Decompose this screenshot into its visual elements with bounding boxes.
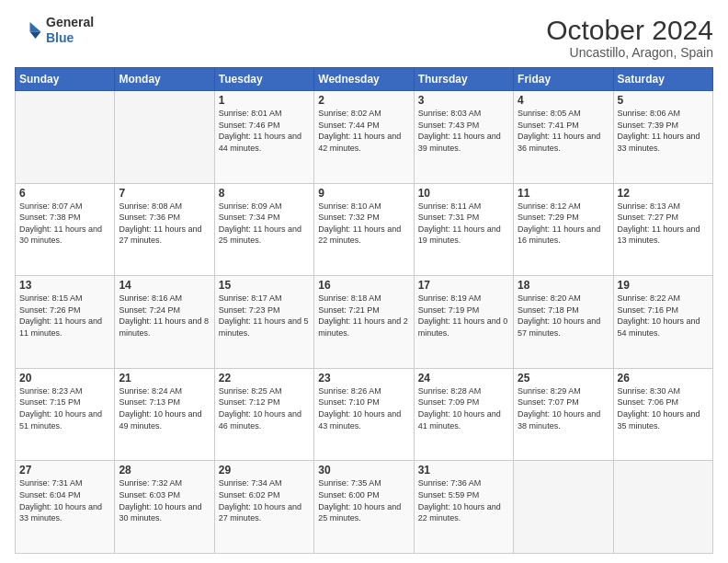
weekday-header-monday: Monday	[115, 68, 214, 91]
calendar-cell: 24Sunrise: 8:28 AM Sunset: 7:09 PM Dayli…	[414, 368, 513, 461]
day-number: 23	[318, 372, 409, 385]
calendar-cell: 11Sunrise: 8:12 AM Sunset: 7:29 PM Dayli…	[514, 183, 613, 276]
day-info: Sunrise: 8:20 AM Sunset: 7:18 PM Dayligh…	[518, 293, 609, 339]
day-info: Sunrise: 8:03 AM Sunset: 7:43 PM Dayligh…	[418, 108, 509, 154]
calendar-cell	[115, 91, 214, 184]
calendar-cell: 26Sunrise: 8:30 AM Sunset: 7:06 PM Dayli…	[613, 368, 712, 461]
logo-line2: Blue	[46, 30, 74, 45]
day-number: 19	[618, 279, 709, 292]
day-number: 22	[219, 372, 310, 385]
weekday-header-tuesday: Tuesday	[214, 68, 313, 91]
day-info: Sunrise: 8:02 AM Sunset: 7:44 PM Dayligh…	[318, 108, 409, 154]
calendar-cell: 2Sunrise: 8:02 AM Sunset: 7:44 PM Daylig…	[314, 91, 414, 184]
day-info: Sunrise: 8:26 AM Sunset: 7:10 PM Dayligh…	[318, 385, 409, 431]
calendar-cell	[613, 461, 712, 554]
day-number: 13	[19, 279, 110, 292]
weekday-header-friday: Friday	[514, 68, 613, 91]
day-info: Sunrise: 7:34 AM Sunset: 6:02 PM Dayligh…	[219, 477, 310, 523]
day-info: Sunrise: 8:28 AM Sunset: 7:09 PM Dayligh…	[418, 385, 509, 431]
day-info: Sunrise: 8:17 AM Sunset: 7:23 PM Dayligh…	[219, 293, 310, 339]
day-number: 2	[318, 94, 409, 107]
calendar-cell: 18Sunrise: 8:20 AM Sunset: 7:18 PM Dayli…	[514, 276, 613, 369]
calendar-cell: 19Sunrise: 8:22 AM Sunset: 7:16 PM Dayli…	[613, 276, 712, 369]
day-number: 9	[318, 187, 409, 200]
day-info: Sunrise: 8:10 AM Sunset: 7:32 PM Dayligh…	[318, 201, 409, 247]
day-info: Sunrise: 8:19 AM Sunset: 7:19 PM Dayligh…	[418, 293, 509, 339]
calendar-week-2: 6Sunrise: 8:07 AM Sunset: 7:38 PM Daylig…	[16, 183, 713, 276]
calendar-header: SundayMondayTuesdayWednesdayThursdayFrid…	[16, 68, 713, 91]
calendar-cell: 6Sunrise: 8:07 AM Sunset: 7:38 PM Daylig…	[16, 183, 115, 276]
day-info: Sunrise: 8:12 AM Sunset: 7:29 PM Dayligh…	[518, 201, 609, 247]
calendar-week-5: 27Sunrise: 7:31 AM Sunset: 6:04 PM Dayli…	[16, 461, 713, 554]
day-info: Sunrise: 8:01 AM Sunset: 7:46 PM Dayligh…	[219, 108, 310, 154]
day-number: 28	[119, 464, 210, 477]
calendar-cell: 30Sunrise: 7:35 AM Sunset: 6:00 PM Dayli…	[314, 461, 414, 554]
day-number: 14	[119, 279, 210, 292]
weekday-header-wednesday: Wednesday	[314, 68, 414, 91]
day-info: Sunrise: 7:36 AM Sunset: 5:59 PM Dayligh…	[418, 477, 509, 523]
calendar-cell: 29Sunrise: 7:34 AM Sunset: 6:02 PM Dayli…	[214, 461, 313, 554]
day-number: 31	[418, 464, 509, 477]
day-number: 21	[119, 372, 210, 385]
calendar-cell: 4Sunrise: 8:05 AM Sunset: 7:41 PM Daylig…	[514, 91, 613, 184]
weekday-header-row: SundayMondayTuesdayWednesdayThursdayFrid…	[16, 68, 713, 91]
svg-marker-1	[30, 31, 41, 39]
calendar-cell: 10Sunrise: 8:11 AM Sunset: 7:31 PM Dayli…	[414, 183, 513, 276]
calendar-cell: 7Sunrise: 8:08 AM Sunset: 7:36 PM Daylig…	[115, 183, 214, 276]
day-number: 10	[418, 187, 509, 200]
logo-line1: General	[46, 15, 94, 29]
day-number: 5	[618, 94, 709, 107]
calendar-cell: 21Sunrise: 8:24 AM Sunset: 7:13 PM Dayli…	[115, 368, 214, 461]
day-number: 1	[219, 94, 310, 107]
day-info: Sunrise: 8:06 AM Sunset: 7:39 PM Dayligh…	[618, 108, 709, 154]
calendar-cell: 17Sunrise: 8:19 AM Sunset: 7:19 PM Dayli…	[414, 276, 513, 369]
calendar-cell: 25Sunrise: 8:29 AM Sunset: 7:07 PM Dayli…	[514, 368, 613, 461]
day-number: 24	[418, 372, 509, 385]
calendar-cell: 9Sunrise: 8:10 AM Sunset: 7:32 PM Daylig…	[314, 183, 414, 276]
logo: General Blue	[15, 15, 94, 46]
day-info: Sunrise: 7:35 AM Sunset: 6:00 PM Dayligh…	[318, 477, 409, 523]
day-number: 15	[219, 279, 310, 292]
header: General Blue October 2024 Uncastillo, Ar…	[15, 15, 713, 60]
calendar-cell: 22Sunrise: 8:25 AM Sunset: 7:12 PM Dayli…	[214, 368, 313, 461]
calendar-week-1: 1Sunrise: 8:01 AM Sunset: 7:46 PM Daylig…	[16, 91, 713, 184]
day-info: Sunrise: 8:22 AM Sunset: 7:16 PM Dayligh…	[618, 293, 709, 339]
calendar-cell: 5Sunrise: 8:06 AM Sunset: 7:39 PM Daylig…	[613, 91, 712, 184]
day-info: Sunrise: 8:11 AM Sunset: 7:31 PM Dayligh…	[418, 201, 509, 247]
day-number: 16	[318, 279, 409, 292]
day-info: Sunrise: 8:25 AM Sunset: 7:12 PM Dayligh…	[219, 385, 310, 431]
calendar-cell: 8Sunrise: 8:09 AM Sunset: 7:34 PM Daylig…	[214, 183, 313, 276]
day-info: Sunrise: 7:31 AM Sunset: 6:04 PM Dayligh…	[19, 477, 110, 523]
day-info: Sunrise: 8:08 AM Sunset: 7:36 PM Dayligh…	[119, 201, 210, 247]
day-info: Sunrise: 8:13 AM Sunset: 7:27 PM Dayligh…	[618, 201, 709, 247]
calendar-cell: 27Sunrise: 7:31 AM Sunset: 6:04 PM Dayli…	[16, 461, 115, 554]
day-number: 8	[219, 187, 310, 200]
title-block: October 2024 Uncastillo, Aragon, Spain	[546, 15, 713, 60]
day-number: 30	[318, 464, 409, 477]
calendar-cell: 23Sunrise: 8:26 AM Sunset: 7:10 PM Dayli…	[314, 368, 414, 461]
day-info: Sunrise: 8:15 AM Sunset: 7:26 PM Dayligh…	[19, 293, 110, 339]
calendar-week-3: 13Sunrise: 8:15 AM Sunset: 7:26 PM Dayli…	[16, 276, 713, 369]
calendar-cell: 28Sunrise: 7:32 AM Sunset: 6:03 PM Dayli…	[115, 461, 214, 554]
day-info: Sunrise: 8:30 AM Sunset: 7:06 PM Dayligh…	[618, 385, 709, 431]
day-number: 3	[418, 94, 509, 107]
day-info: Sunrise: 8:07 AM Sunset: 7:38 PM Dayligh…	[19, 201, 110, 247]
page: General Blue October 2024 Uncastillo, Ar…	[0, 0, 728, 563]
day-info: Sunrise: 8:09 AM Sunset: 7:34 PM Dayligh…	[219, 201, 310, 247]
logo-text: General Blue	[46, 15, 94, 46]
calendar-cell	[514, 461, 613, 554]
weekday-header-sunday: Sunday	[16, 68, 115, 91]
calendar-cell: 13Sunrise: 8:15 AM Sunset: 7:26 PM Dayli…	[16, 276, 115, 369]
day-number: 12	[618, 187, 709, 200]
calendar: SundayMondayTuesdayWednesdayThursdayFrid…	[15, 67, 713, 554]
calendar-cell: 12Sunrise: 8:13 AM Sunset: 7:27 PM Dayli…	[613, 183, 712, 276]
weekday-header-saturday: Saturday	[613, 68, 712, 91]
logo-icon	[15, 17, 42, 44]
calendar-cell: 20Sunrise: 8:23 AM Sunset: 7:15 PM Dayli…	[16, 368, 115, 461]
page-subtitle: Uncastillo, Aragon, Spain	[546, 45, 713, 60]
day-info: Sunrise: 8:18 AM Sunset: 7:21 PM Dayligh…	[318, 293, 409, 339]
weekday-header-thursday: Thursday	[414, 68, 513, 91]
day-number: 7	[119, 187, 210, 200]
day-number: 20	[19, 372, 110, 385]
svg-marker-0	[30, 22, 41, 32]
